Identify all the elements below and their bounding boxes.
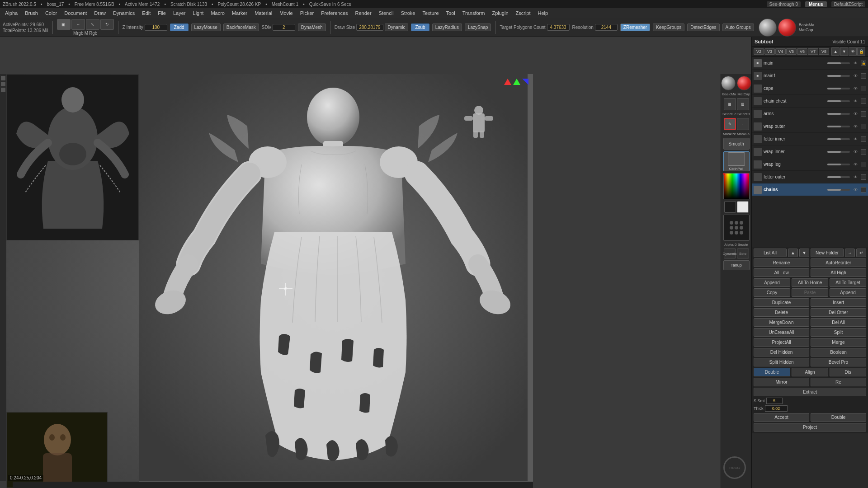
subtool-row-fetter-outer[interactable]: fetter outer 👁: [752, 171, 868, 183]
tanup-btn[interactable]: Tanup: [723, 260, 750, 270]
subtool-fetter-outer-slider[interactable]: [827, 176, 850, 178]
menu-material[interactable]: Material: [251, 9, 275, 17]
v8-tab[interactable]: V8: [819, 48, 829, 55]
accept-double-btn[interactable]: Double: [811, 413, 866, 422]
menu-marker[interactable]: Marker: [229, 9, 250, 17]
left-tool-1[interactable]: [1, 76, 5, 80]
subtool-row-main1[interactable]: ■ main1 👁: [752, 70, 868, 82]
zsub-btn[interactable]: Zsub: [411, 23, 429, 31]
subtool-fetter-inner-slider[interactable]: [827, 138, 850, 140]
subtool-row-arms[interactable]: arms 👁: [752, 108, 868, 120]
canvas-area[interactable]: 0.24-0.25,0.204: [6, 74, 533, 488]
menu-texture[interactable]: Texture: [419, 9, 442, 17]
bottom-scrollbar[interactable]: [13, 482, 533, 488]
menu-render[interactable]: Render: [352, 9, 375, 17]
lazy-mouse-btn[interactable]: LazyMouse: [191, 23, 221, 31]
white-swatch[interactable]: [737, 201, 749, 213]
left-tool-2[interactable]: [1, 82, 5, 86]
backface-mask-btn[interactable]: BackfaceMask: [223, 23, 259, 31]
menu-zscript[interactable]: Zscript: [513, 9, 534, 17]
zadd-btn[interactable]: Zadd: [170, 23, 189, 31]
all-to-target-btn[interactable]: All To Target: [830, 278, 866, 287]
subtool-chain-chest-slider[interactable]: [827, 100, 850, 102]
extract-btn[interactable]: Extract: [754, 388, 866, 396]
subtool-fetter-outer-lock[interactable]: [861, 174, 866, 180]
subtool-cape-eye[interactable]: 👁: [852, 85, 859, 92]
matcap-sphere[interactable]: [778, 19, 796, 37]
draw-size-value[interactable]: 280.28179: [356, 24, 383, 31]
subtool-chains-lock[interactable]: [861, 187, 866, 192]
z-intensity-value[interactable]: 100: [145, 24, 167, 31]
menu-light[interactable]: Light: [190, 9, 207, 17]
list-all-arrow-up[interactable]: ▲: [788, 249, 798, 257]
accept-btn[interactable]: Accept: [754, 413, 809, 422]
subtool-chain-chest-eye[interactable]: 👁: [852, 98, 859, 104]
auto-groups-btn[interactable]: Auto Groups: [722, 23, 754, 31]
subtool-wrap-inner-lock[interactable]: [861, 149, 866, 155]
subtool-fetter-inner-lock[interactable]: [861, 136, 866, 142]
subtool-chains-eye[interactable]: 👁: [852, 187, 859, 193]
subtool-fetter-outer-eye[interactable]: 👁: [852, 174, 859, 180]
subtool-wrap-inner-slider[interactable]: [827, 151, 850, 153]
subtool-chains-slider[interactable]: [827, 189, 850, 191]
move-btn[interactable]: ↔: [71, 19, 85, 30]
menu-edit[interactable]: Edit: [139, 9, 154, 17]
menu-movie[interactable]: Movie: [276, 9, 296, 17]
subtool-wrap-outer-lock[interactable]: [861, 124, 866, 129]
subtool-wrap-leg-slider[interactable]: [827, 164, 850, 165]
nav-down-arrow[interactable]: ▼: [840, 47, 848, 56]
subtool-main-eye[interactable]: 👁: [852, 60, 859, 66]
nav-lock-btn[interactable]: 🔒: [857, 47, 865, 56]
menu-dynamics[interactable]: Dynamics: [110, 9, 138, 17]
left-tool-3[interactable]: [1, 88, 5, 92]
re-btn[interactable]: Re: [811, 378, 866, 386]
detect-edges-btn[interactable]: DetectEdges: [687, 23, 719, 31]
color-picker-gradient[interactable]: [723, 173, 750, 199]
nav-eye-btn[interactable]: 👁: [849, 47, 857, 56]
menu-alpha[interactable]: Alpha: [2, 9, 21, 17]
delete-btn[interactable]: Delete: [754, 308, 809, 317]
mirror-btn[interactable]: Mirror: [754, 378, 809, 386]
dis-btn[interactable]: Dis: [830, 368, 866, 376]
material-sphere-red[interactable]: [737, 76, 751, 90]
zremesher-btn[interactable]: ZRemesher: [620, 23, 650, 31]
subtool-row-fetter-inner[interactable]: fetter inner 👁: [752, 133, 868, 145]
auto-reorder-btn[interactable]: AutoReorder: [811, 258, 866, 267]
target-poly-value[interactable]: 4.37633: [547, 24, 570, 31]
del-all-btn[interactable]: Del All: [811, 318, 866, 327]
v6-tab[interactable]: V6: [797, 48, 807, 55]
v2-tab[interactable]: V2: [754, 48, 764, 55]
nav-up-arrow[interactable]: ▲: [831, 47, 840, 56]
merge-btn[interactable]: Merge: [811, 338, 866, 347]
append2-btn[interactable]: Append: [830, 288, 866, 297]
insert-btn[interactable]: Insert: [811, 298, 866, 307]
menu-layer[interactable]: Layer: [170, 9, 189, 17]
v5-tab[interactable]: V5: [786, 48, 797, 55]
split-btn[interactable]: Split: [811, 328, 866, 337]
subtool-row-wrap-outer[interactable]: wrap outer 👁: [752, 120, 868, 133]
subtool-main1-lock[interactable]: [861, 73, 866, 79]
project-btn[interactable]: Project: [754, 423, 866, 432]
menu-zplugin[interactable]: Zplugin: [489, 9, 511, 17]
dynamic-btn[interactable]: Dynamic: [385, 23, 409, 31]
v3-tab[interactable]: V3: [764, 48, 775, 55]
alpha-btn[interactable]: [723, 215, 750, 241]
menu-stencil[interactable]: Stencil: [376, 9, 397, 17]
list-all-btn[interactable]: List All: [754, 249, 787, 257]
sdiv-value[interactable]: 2: [273, 24, 295, 31]
project-all-btn[interactable]: ProjectAll: [754, 338, 809, 347]
subtool-fetter-inner-eye[interactable]: 👁: [852, 136, 859, 142]
menu-draw[interactable]: Draw: [91, 9, 109, 17]
lazy-radius-btn[interactable]: LazyRadius: [432, 23, 462, 31]
3d-preview-panel[interactable]: [6, 74, 139, 240]
subtool-cape-lock[interactable]: [861, 86, 866, 91]
del-other-btn[interactable]: Del Other: [811, 308, 866, 317]
scale-btn[interactable]: ⤡: [86, 19, 99, 30]
lazy-snap-btn[interactable]: LazySnap: [465, 23, 491, 31]
draw-btn[interactable]: ▣: [57, 19, 71, 30]
paste-btn[interactable]: Paste: [792, 288, 828, 297]
rename-btn[interactable]: Rename: [754, 258, 809, 267]
material-sphere-gray[interactable]: [721, 76, 736, 90]
thick-value[interactable]: 0.02: [765, 405, 788, 412]
subtool-arms-eye[interactable]: 👁: [852, 111, 859, 117]
